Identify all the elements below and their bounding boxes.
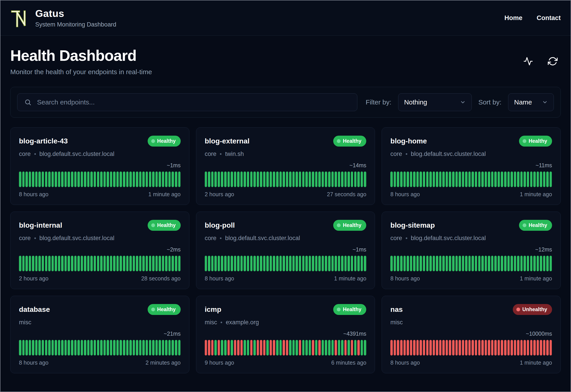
uptime-bar-success: [152, 340, 155, 355]
card-header: icmp Healthy: [205, 304, 366, 315]
search-box: [17, 93, 357, 111]
endpoint-card[interactable]: database Healthy misc ~21ms 8 hours ago …: [10, 296, 189, 373]
uptime-bar-failure: [504, 340, 507, 355]
endpoint-group: core: [19, 235, 31, 242]
uptime-bar-success: [364, 340, 366, 355]
endpoint-meta: core blog.default.svc.cluster.local: [205, 235, 366, 242]
uptime-bar-success: [32, 171, 34, 187]
uptime-bar-success: [97, 171, 100, 187]
uptime-bar-success: [328, 256, 331, 271]
uptime-bar-success: [400, 256, 403, 271]
uptime-bars: [19, 171, 181, 187]
endpoint-card[interactable]: blog-article-43 Healthy core blog.defaul…: [10, 127, 189, 205]
uptime-bar-success: [175, 256, 177, 271]
endpoint-card[interactable]: blog-home Healthy core blog.default.svc.…: [382, 127, 561, 205]
uptime-bar-success: [25, 340, 28, 355]
sort-select[interactable]: Name: [508, 93, 554, 111]
uptime-bar-success: [471, 256, 474, 271]
activity-icon[interactable]: [523, 56, 533, 66]
refresh-icon[interactable]: [548, 56, 558, 66]
uptime-bar-success: [322, 340, 324, 355]
uptime-bar-success: [537, 256, 539, 271]
uptime-bar-success: [351, 171, 353, 187]
status-dot-icon: [337, 224, 341, 227]
uptime-bar-success: [35, 171, 38, 187]
oldest-timestamp: 8 hours ago: [390, 275, 420, 282]
uptime-bar-failure: [234, 340, 236, 355]
uptime-bar-success: [462, 256, 464, 271]
endpoint-card[interactable]: icmp Healthy misc example.org ~4391ms 9 …: [196, 296, 375, 373]
uptime-bar-success: [478, 171, 481, 187]
uptime-bar-failure: [429, 340, 432, 355]
uptime-bar-success: [540, 171, 542, 187]
uptime-bar-failure: [335, 340, 337, 355]
nav-link-contact[interactable]: Contact: [537, 14, 561, 22]
uptime-bar-success: [533, 171, 536, 187]
nav-link-home[interactable]: Home: [504, 14, 522, 22]
uptime-bar-success: [413, 171, 416, 187]
uptime-bar-failure: [423, 340, 425, 355]
uptime-bar-success: [29, 171, 31, 187]
uptime-bar-success: [530, 256, 533, 271]
uptime-bar-failure: [237, 340, 240, 355]
uptime-bar-success: [488, 171, 490, 187]
uptime-bar-success: [517, 256, 519, 271]
oldest-timestamp: 9 hours ago: [205, 360, 234, 366]
uptime-bar-success: [433, 256, 435, 271]
uptime-bar-success: [354, 340, 357, 355]
uptime-bar-failure: [494, 340, 497, 355]
uptime-bar-success: [546, 171, 549, 187]
status-dot-icon: [151, 224, 155, 227]
uptime-bar-failure: [455, 340, 458, 355]
latency-value: ~1ms: [205, 246, 366, 253]
uptime-bar-failure: [507, 340, 510, 355]
uptime-bar-success: [64, 171, 67, 187]
uptime-bar-success: [517, 171, 519, 187]
uptime-bar-success: [104, 171, 106, 187]
endpoint-name: nas: [390, 305, 403, 314]
uptime-bar-success: [25, 171, 28, 187]
endpoint-group: core: [205, 235, 217, 242]
uptime-bar-success: [410, 171, 412, 187]
uptime-bar-success: [234, 256, 236, 271]
uptime-bar-success: [289, 171, 291, 187]
uptime-bar-success: [520, 256, 523, 271]
gatus-logo-icon: [10, 9, 29, 28]
uptime-chart: ~4391ms 9 hours ago 6 minutes ago: [205, 331, 366, 366]
search-input[interactable]: [17, 93, 357, 111]
uptime-bar-success: [155, 171, 158, 187]
uptime-bar-success: [247, 340, 249, 355]
endpoint-meta: core blog.default.svc.cluster.local: [390, 151, 552, 157]
uptime-bar-success: [315, 171, 318, 187]
uptime-chart: ~11ms 8 hours ago 1 minute ago: [390, 162, 552, 197]
uptime-bar-success: [237, 256, 240, 271]
uptime-bar-failure: [446, 340, 448, 355]
uptime-bar-success: [71, 171, 73, 187]
endpoint-card[interactable]: blog-poll Healthy core blog.default.svc.…: [196, 211, 375, 289]
uptime-bar-success: [45, 340, 47, 355]
uptime-bar-failure: [260, 340, 262, 355]
uptime-bar-success: [289, 340, 291, 355]
uptime-bar-failure: [517, 340, 519, 355]
card-header: blog-internal Healthy: [19, 220, 181, 231]
uptime-bar-failure: [471, 340, 474, 355]
filter-select[interactable]: Nothing: [398, 93, 472, 111]
endpoint-card[interactable]: nas Unhealthy misc ~10000ms 8 hours ago …: [382, 296, 561, 373]
newest-timestamp: 1 minute ago: [520, 275, 552, 282]
newest-timestamp: 2 minutes ago: [146, 360, 181, 366]
uptime-bar-success: [394, 256, 396, 271]
uptime-bar-success: [465, 256, 467, 271]
uptime-bar-success: [524, 171, 526, 187]
endpoint-card[interactable]: blog-external Healthy core twin.sh ~14ms…: [196, 127, 375, 205]
uptime-bar-success: [97, 340, 100, 355]
endpoint-meta: misc: [390, 319, 552, 326]
uptime-bar-success: [22, 340, 25, 355]
uptime-bar-success: [129, 171, 132, 187]
uptime-bar-success: [123, 256, 125, 271]
uptime-bar-success: [514, 171, 516, 187]
uptime-bar-success: [133, 340, 135, 355]
endpoint-card[interactable]: blog-internal Healthy core blog.default.…: [10, 211, 189, 289]
brand-tagline: System Monitoring Dashboard: [35, 21, 116, 28]
endpoint-host: blog.default.svc.cluster.local: [40, 151, 114, 157]
endpoint-card[interactable]: blog-sitemap Healthy core blog.default.s…: [382, 211, 561, 289]
